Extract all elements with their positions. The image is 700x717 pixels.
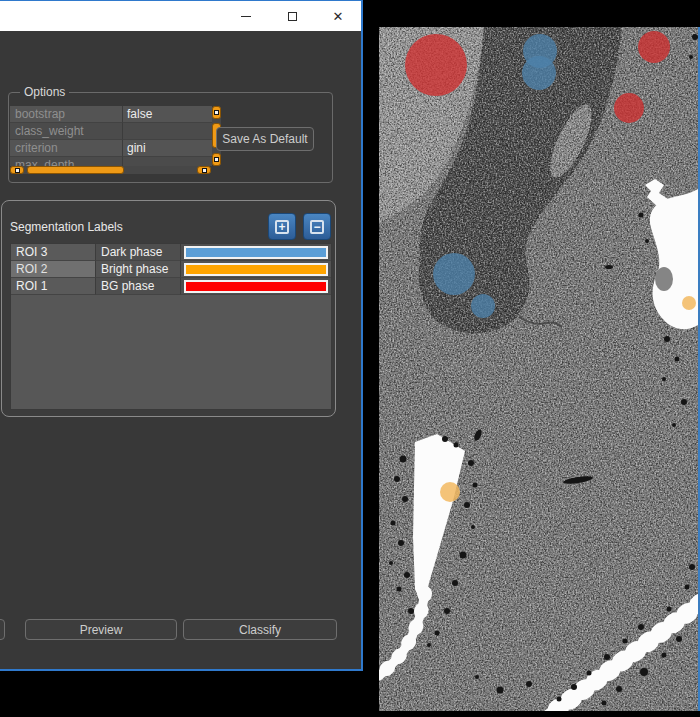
add-label-button[interactable]: + (268, 213, 296, 240)
hidden-partial-button[interactable] (0, 619, 5, 640)
param-name: class_weight (10, 123, 123, 140)
param-row-max-depth[interactable]: max_depth (10, 157, 212, 166)
scroll-left-button[interactable] (10, 166, 24, 174)
roi-phase-cell[interactable]: Bright phase (96, 261, 181, 278)
roi-color-cell[interactable] (181, 244, 331, 261)
orange-roi-annotation (440, 482, 460, 502)
param-value[interactable] (123, 157, 212, 166)
param-name: max_depth (10, 157, 123, 166)
scroll-arrow-icon (202, 168, 207, 173)
micrograph-image (379, 27, 698, 711)
param-value[interactable]: false (123, 106, 212, 123)
roi-phase-cell[interactable]: BG phase (96, 278, 181, 295)
blue-roi-annotation (433, 253, 475, 295)
minus-icon: − (310, 220, 324, 234)
roi-color-cell[interactable] (181, 278, 331, 295)
red-roi-annotation (638, 31, 670, 63)
table-row[interactable]: ROI 3 Dark phase (11, 244, 331, 261)
blue-roi-annotation (522, 56, 556, 90)
roi-name-cell[interactable]: ROI 2 (11, 261, 96, 278)
micrograph-canvas[interactable] (379, 27, 698, 711)
orange-roi-annotation (682, 296, 696, 310)
scroll-arrow-icon (214, 110, 219, 115)
roi-phase-cell[interactable]: Dark phase (96, 244, 181, 261)
param-row-criterion[interactable]: criterion gini (10, 140, 212, 157)
horizontal-scrollbar[interactable] (10, 166, 211, 174)
dialog-client-area: Options bootstrap false class_weight cri… (0, 31, 361, 669)
close-icon: ✕ (333, 10, 344, 23)
table-row[interactable]: ROI 2 Bright phase (11, 261, 331, 278)
param-row-bootstrap[interactable]: bootstrap false (10, 106, 212, 123)
plus-icon: + (275, 220, 289, 234)
red-roi-annotation (614, 93, 644, 123)
color-swatch[interactable] (184, 280, 328, 293)
titlebar[interactable]: ✕ (0, 1, 361, 31)
blue-roi-annotation (471, 294, 495, 318)
scroll-arrow-icon (214, 157, 219, 162)
minimize-button[interactable] (223, 1, 269, 31)
red-roi-annotation (405, 34, 467, 96)
options-groupbox-title: Options (20, 85, 69, 99)
save-as-default-button[interactable]: Save As Default (216, 127, 314, 151)
scroll-arrow-icon (15, 168, 20, 173)
roi-color-cell[interactable] (181, 261, 331, 278)
roi-table[interactable]: ROI 3 Dark phase ROI 2 Bright phase ROI … (10, 243, 332, 410)
roi-name-cell[interactable]: ROI 1 (11, 278, 96, 295)
param-name: criterion (10, 140, 123, 157)
parameter-table[interactable]: bootstrap false class_weight criterion g… (10, 106, 212, 166)
scroll-up-button[interactable] (212, 106, 221, 119)
param-name: bootstrap (10, 106, 123, 123)
horizontal-scroll-thumb[interactable] (27, 166, 124, 174)
classifier-dialog-window: ✕ Options bootstrap false class_weight c… (0, 0, 363, 671)
param-value[interactable]: gini (123, 140, 212, 157)
segmentation-panel: Segmentation Labels + − ROI 3 Dark phase… (1, 200, 336, 417)
minimize-icon (241, 16, 251, 17)
maximize-icon (288, 12, 297, 21)
param-value[interactable] (123, 123, 212, 140)
table-row[interactable]: ROI 1 BG phase (11, 278, 331, 295)
scroll-down-button[interactable] (212, 153, 221, 166)
close-button[interactable]: ✕ (315, 1, 361, 31)
remove-label-button[interactable]: − (303, 213, 331, 240)
preview-button[interactable]: Preview (25, 619, 177, 640)
scroll-right-button[interactable] (197, 166, 211, 174)
color-swatch[interactable] (184, 263, 328, 276)
param-row-class-weight[interactable]: class_weight (10, 123, 212, 140)
roi-name-cell[interactable]: ROI 3 (11, 244, 96, 261)
segmentation-title: Segmentation Labels (10, 220, 123, 234)
color-swatch[interactable] (184, 246, 328, 259)
classify-button[interactable]: Classify (183, 619, 337, 640)
maximize-button[interactable] (269, 1, 315, 31)
